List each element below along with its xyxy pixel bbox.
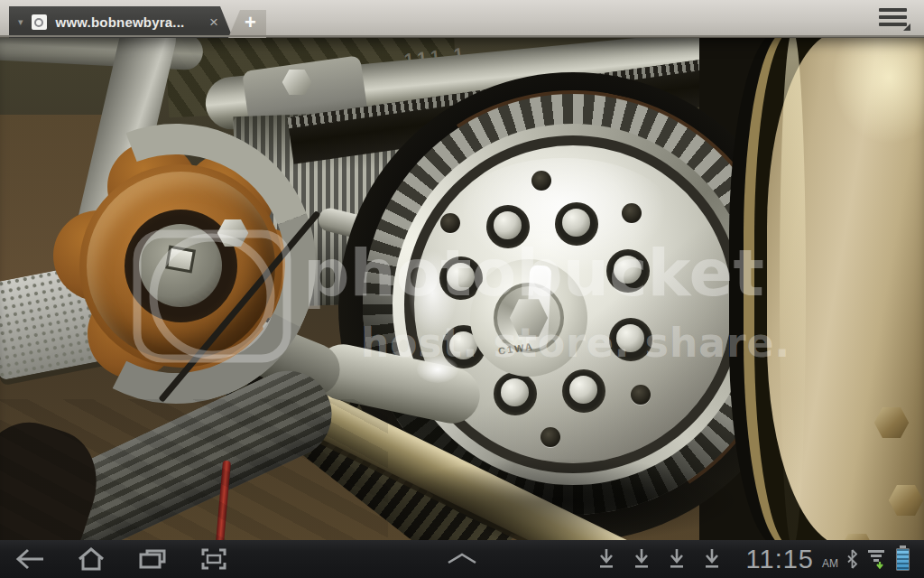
- plate-hole: [622, 203, 642, 223]
- download-notification-icon[interactable]: [632, 547, 651, 571]
- floor-texture: [0, 399, 388, 540]
- screenshot-icon: [199, 547, 228, 571]
- new-tab-button[interactable]: +: [228, 10, 266, 38]
- clock-meridiem: AM: [822, 557, 838, 570]
- collapse-bar-button[interactable]: [446, 552, 478, 568]
- pulley-bolt: [494, 372, 537, 415]
- tablet-screen: ▾ www.bobnewbyra... × + 111 1: [0, 0, 924, 578]
- plate-hole: [631, 385, 651, 405]
- data-activity-arrow: [877, 562, 882, 568]
- home-button[interactable]: [76, 546, 106, 572]
- knuckle-reflection: [417, 356, 458, 383]
- plate-hole: [541, 427, 560, 447]
- chevron-down-icon: ▾: [18, 16, 23, 28]
- home-icon: [77, 546, 106, 572]
- browser-tab[interactable]: ▾ www.bobnewbyra... ×: [9, 6, 233, 38]
- chevron-up-icon: [446, 552, 478, 564]
- download-notification-icon[interactable]: [667, 547, 687, 571]
- back-arrow-icon: [14, 547, 45, 571]
- signal-strength-icon: [866, 548, 886, 570]
- menu-corner-triangle: [903, 23, 910, 31]
- pulley-bolt: [609, 318, 652, 361]
- screenshot-button[interactable]: [199, 546, 229, 572]
- engine-cover: [767, 38, 924, 540]
- status-cluster[interactable]: 11:15 AM: [596, 540, 910, 578]
- plate-hole: [440, 213, 460, 233]
- recent-apps-icon: [138, 547, 167, 571]
- browser-tab-bar: ▾ www.bobnewbyra... × +: [0, 0, 924, 38]
- pulley-bolt: [486, 205, 530, 248]
- photo-content: 111 1 C1WA: [0, 38, 924, 540]
- recent-apps-button[interactable]: [137, 546, 168, 572]
- download-notification-icon[interactable]: [596, 547, 616, 571]
- pulley-bolt: [606, 249, 650, 293]
- pulley-bolt: [562, 369, 605, 413]
- plate-hole: [531, 171, 551, 191]
- back-button[interactable]: [14, 546, 45, 572]
- plus-icon: +: [245, 11, 256, 34]
- pulley-shadow: [374, 458, 744, 540]
- menu-icon: [879, 8, 907, 12]
- site-favicon-icon: [32, 14, 47, 30]
- pulley-bolt: [555, 202, 598, 246]
- clock: 11:15: [746, 545, 814, 574]
- battery-icon: [896, 548, 910, 571]
- system-bar: 11:15 AM: [0, 540, 924, 578]
- tab-title: www.bobnewbyra...: [56, 14, 185, 30]
- tab-close-icon[interactable]: ×: [209, 14, 218, 32]
- nav-cluster: [14, 540, 229, 578]
- browser-menu-button[interactable]: [875, 5, 913, 33]
- download-notification-icon[interactable]: [702, 547, 722, 571]
- bluetooth-icon: [846, 549, 858, 569]
